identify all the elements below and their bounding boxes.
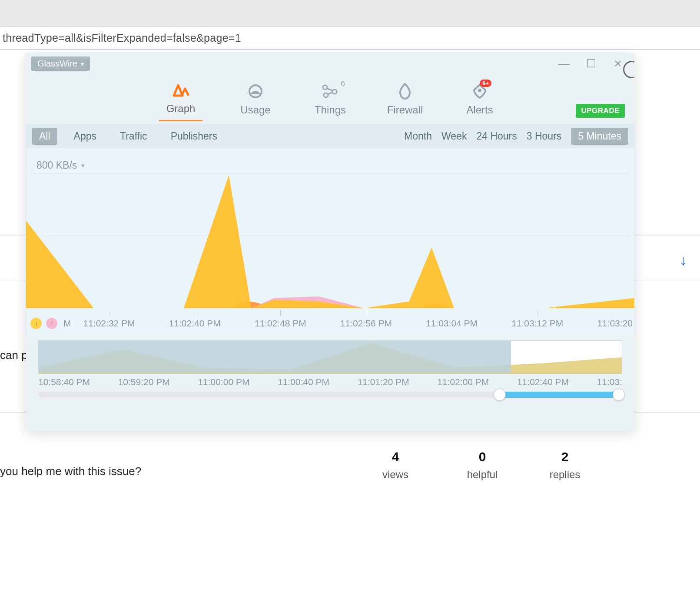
traffic-chart-svg — [26, 173, 634, 308]
tab-firewall[interactable]: Firewall — [383, 83, 427, 121]
svg-point-2 — [332, 90, 337, 94]
range-24h[interactable]: 24 Hours — [476, 130, 517, 142]
tab-things[interactable]: 6 Things — [309, 83, 352, 121]
overview-tick: 11:00:00 PM — [198, 377, 249, 387]
thread-text-fragment: you help me with this issue? — [0, 465, 141, 478]
minimize-icon[interactable]: — — [558, 57, 570, 70]
app-title-dropdown[interactable]: GlassWire ▾ — [31, 57, 90, 71]
url-bar[interactable]: threadType=all&isFilterExpanded=false&pa… — [0, 27, 700, 50]
overview-tick: 11:00:40 PM — [278, 377, 329, 387]
alerts-icon: 9+ — [472, 83, 487, 100]
slider-handle-left[interactable] — [494, 389, 506, 401]
overview-tick: 11:02:40 PM — [517, 377, 569, 387]
traffic-chart[interactable]: 800 KB/s ▾ ↓ ↑ M 11:02:32 PM11:02:40 PM1… — [26, 148, 634, 335]
titlebar[interactable]: GlassWire ▾ — ☐ × — [26, 53, 634, 74]
stat-helpful-label: helpful — [456, 469, 508, 481]
chevron-down-icon: ▾ — [81, 162, 85, 170]
x-axis: ↓ ↑ M 11:02:32 PM11:02:40 PM11:02:48 PM1… — [26, 312, 634, 335]
time-slider[interactable] — [38, 392, 622, 398]
stat-views-count: 4 — [369, 449, 421, 464]
tab-things-label: Things — [315, 104, 346, 116]
close-icon[interactable]: × — [612, 57, 624, 70]
app-title: GlassWire — [37, 59, 77, 69]
x-tick: 11:03:12 PM — [511, 318, 563, 329]
svg-point-3 — [324, 93, 328, 97]
stat-replies-count: 2 — [539, 449, 591, 464]
svg-point-4 — [478, 89, 481, 92]
y-scale-dropdown[interactable]: 800 KB/s ▾ — [36, 160, 85, 171]
main-tabs: Graph Usage 6 Things Firewall — [26, 74, 634, 124]
stat-replies-label: replies — [539, 469, 591, 481]
sort-arrow-down-icon[interactable]: ↓ — [680, 252, 687, 269]
overview-tick: 10:58:40 PM — [38, 377, 90, 387]
x-tick: 11:03:20 — [597, 318, 633, 329]
y-scale-value: 800 KB/s — [36, 160, 77, 171]
filter-all[interactable]: All — [32, 128, 57, 145]
x-tick: 11:02:48 PM — [255, 318, 306, 329]
tab-graph-label: Graph — [166, 103, 196, 115]
stat-helpful: 0 helpful — [456, 449, 508, 481]
chevron-down-icon: ▾ — [81, 60, 84, 67]
stat-helpful-count: 0 — [456, 449, 508, 464]
upload-legend-icon: ↑ — [46, 318, 57, 329]
slider-handle-right[interactable] — [613, 389, 625, 401]
filter-publishers[interactable]: Publishers — [164, 128, 224, 145]
url-text: threadType=all&isFilterExpanded=false&pa… — [3, 32, 241, 44]
filter-bar: All Apps Traffic Publishers Month Week 2… — [26, 124, 634, 148]
thread-text-fragment: can p — [0, 349, 28, 362]
stat-views-label: views — [369, 469, 421, 481]
range-5m[interactable]: 5 Minutes — [571, 128, 628, 145]
overview-chart[interactable] — [38, 340, 622, 373]
range-3h[interactable]: 3 Hours — [527, 130, 562, 142]
stat-views: 4 views — [369, 449, 421, 481]
browser-toolbar — [0, 0, 700, 27]
slider-fill — [500, 392, 617, 398]
stat-replies: 2 replies — [539, 449, 591, 481]
x-tick: 11:02:40 PM — [169, 318, 221, 329]
graph-icon — [172, 82, 189, 98]
overview-tick: 11:01:20 PM — [358, 377, 409, 387]
overview-tick: 10:59:20 PM — [118, 377, 170, 387]
filter-traffic[interactable]: Traffic — [113, 128, 154, 145]
x-tick: 11:03:04 PM — [426, 318, 478, 329]
legend-m: M — [63, 318, 71, 329]
filter-apps[interactable]: Apps — [67, 128, 103, 145]
overview-tick: 11:02:00 PM — [437, 377, 489, 387]
tab-alerts[interactable]: 9+ Alerts — [458, 83, 501, 121]
things-icon: 6 — [322, 83, 339, 100]
svg-point-1 — [323, 85, 327, 90]
tab-graph[interactable]: Graph — [159, 82, 202, 121]
maximize-icon[interactable]: ☐ — [585, 57, 597, 70]
tab-alerts-label: Alerts — [466, 104, 493, 116]
usage-icon — [248, 83, 263, 100]
upgrade-button[interactable]: UPGRADE — [576, 104, 625, 118]
download-legend-icon: ↓ — [30, 318, 42, 329]
overview-panel: 10:58:40 PM10:59:20 PM11:00:00 PM11:00:4… — [26, 335, 634, 400]
alerts-badge: 9+ — [480, 80, 491, 87]
tab-usage-label: Usage — [240, 104, 270, 116]
x-tick: 11:02:56 PM — [340, 318, 392, 329]
tab-firewall-label: Firewall — [387, 104, 423, 116]
glasswire-window: GlassWire ▾ — ☐ × Graph Usage — [26, 53, 634, 431]
overview-selection[interactable] — [39, 341, 511, 373]
range-week[interactable]: Week — [441, 130, 467, 142]
tab-usage[interactable]: Usage — [234, 83, 277, 121]
things-count-badge: 6 — [341, 80, 345, 88]
firewall-icon — [398, 83, 411, 100]
overview-tick: 11:03: — [597, 377, 622, 387]
x-tick: 11:02:32 PM — [83, 318, 135, 329]
range-month[interactable]: Month — [404, 130, 432, 142]
